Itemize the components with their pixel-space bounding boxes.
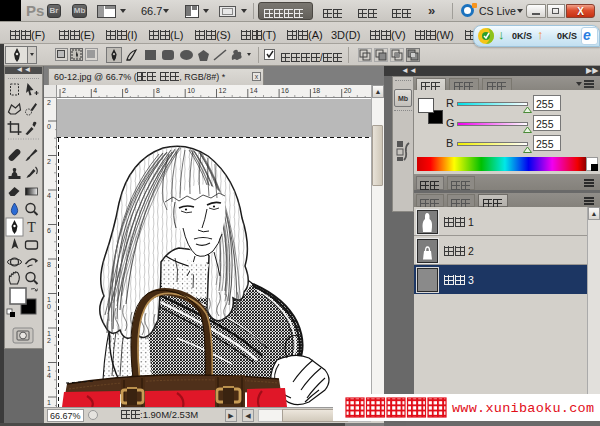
svg-text:10: 10 bbox=[187, 87, 195, 94]
svg-text:6: 6 bbox=[47, 227, 51, 234]
svg-text:20: 20 bbox=[344, 87, 352, 94]
svg-text:4: 4 bbox=[47, 372, 51, 379]
svg-text:14: 14 bbox=[250, 87, 258, 94]
svg-text:1: 1 bbox=[47, 330, 51, 337]
svg-text:1: 1 bbox=[47, 296, 51, 303]
svg-text:1: 1 bbox=[47, 365, 51, 372]
svg-text:www.xunibaoku.com: www.xunibaoku.com bbox=[452, 401, 594, 416]
svg-text:8: 8 bbox=[156, 87, 160, 94]
svg-text:8: 8 bbox=[47, 261, 51, 268]
svg-text:1: 1 bbox=[47, 399, 51, 406]
svg-text:4: 4 bbox=[93, 87, 97, 94]
svg-text:12: 12 bbox=[219, 87, 227, 94]
svg-text:16: 16 bbox=[281, 87, 289, 94]
svg-text:6: 6 bbox=[125, 87, 129, 94]
svg-text:2: 2 bbox=[47, 99, 51, 106]
svg-text:4: 4 bbox=[47, 192, 51, 199]
svg-text:2: 2 bbox=[47, 337, 51, 344]
svg-text:18: 18 bbox=[312, 87, 320, 94]
svg-text:0: 0 bbox=[47, 303, 51, 310]
svg-text:2: 2 bbox=[47, 158, 51, 165]
svg-text:2: 2 bbox=[62, 87, 66, 94]
svg-text:T: T bbox=[27, 220, 36, 235]
svg-text:0: 0 bbox=[47, 123, 51, 130]
